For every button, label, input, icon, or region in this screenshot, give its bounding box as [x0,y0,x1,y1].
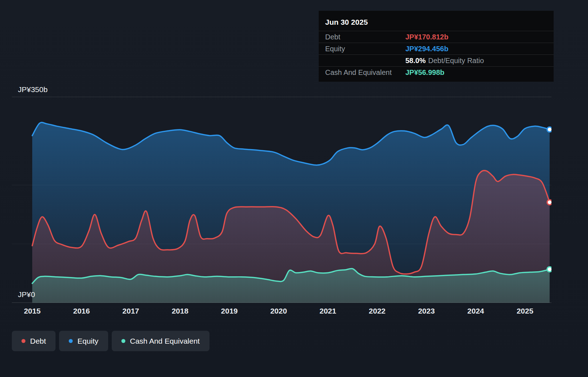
y-axis-label-max: JP¥350b [18,85,48,94]
tooltip-debt-value: JP¥170.812b [405,33,448,41]
y-axis-label-min: JP¥0 [18,290,35,299]
x-tick-2020: 2020 [261,307,297,315]
x-tick-2015: 2015 [14,307,50,315]
x-tick-2023: 2023 [409,307,444,315]
cash-legend-dot-icon [121,339,125,343]
x-tick-2017: 2017 [113,307,149,315]
legend-item-cash-and-equivalent[interactable]: Cash And Equivalent [112,331,209,351]
x-tick-2021: 2021 [310,307,346,315]
legend-item-debt[interactable]: Debt [12,331,56,351]
legend-label: Debt [30,337,46,345]
tooltip-cash-row: Cash And Equivalent JP¥56.998b [319,66,554,78]
tooltip-debt-row: Debt JP¥170.812b [319,31,554,43]
legend-item-equity[interactable]: Equity [59,331,108,351]
tooltip-equity-row: Equity JP¥294.456b [319,43,554,54]
x-tick-2019: 2019 [211,307,247,315]
tooltip-equity-label: Equity [325,45,405,53]
tooltip-date: Jun 30 2025 [319,13,554,31]
tooltip-ratio-value: 58.0% [405,57,426,65]
endpoint-cash [547,267,551,272]
equity-legend-dot-icon [69,339,73,343]
legend-label: Cash And Equivalent [130,337,200,345]
chart-plot-area [12,97,551,303]
debt-legend-dot-icon [21,339,25,343]
x-tick-2025: 2025 [507,307,543,315]
legend-label: Equity [77,337,98,345]
endpoint-debt [547,200,551,205]
tooltip-equity-value: JP¥294.456b [405,45,448,53]
tooltip-debt-label: Debt [325,33,405,41]
tooltip-ratio-label: Debt/Equity Ratio [428,57,484,65]
tooltip-cash-label: Cash And Equivalent [325,68,405,77]
tooltip-cash-value: JP¥56.998b [405,68,444,77]
x-tick-2018: 2018 [162,307,198,315]
chart-canvas[interactable] [12,97,551,303]
x-axis: 2015201620172018201920202021202220232024… [12,307,551,318]
tooltip-ratio-row: 58.0%Debt/Equity Ratio [319,54,554,66]
tooltip-ratio-value-group: 58.0%Debt/Equity Ratio [405,57,484,65]
endpoint-equity [547,127,551,132]
tooltip: Jun 30 2025 Debt JP¥170.812b Equity JP¥2… [319,11,554,82]
x-tick-2022: 2022 [359,307,395,315]
x-tick-2016: 2016 [64,307,100,315]
legend: DebtEquityCash And Equivalent [12,331,209,351]
x-tick-2024: 2024 [458,307,493,315]
